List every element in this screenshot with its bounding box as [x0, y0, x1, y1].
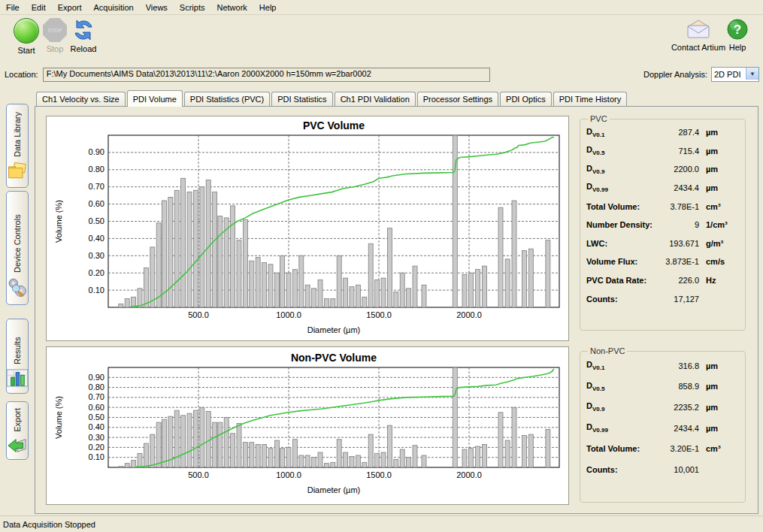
sidebar-item-data-library[interactable]: Data Library — [6, 104, 29, 188]
sidebar-item-device-controls[interactable]: Device Controls — [6, 191, 29, 305]
chevron-down-icon[interactable]: ▼ — [746, 68, 758, 80]
stat-unit: µm — [699, 424, 739, 433]
bar — [400, 273, 404, 307]
menu-item-help[interactable]: Help — [253, 2, 283, 14]
stat-unit: cm³ — [699, 202, 739, 211]
tab-pdi-statistics-pvc[interactable]: PDI Statistics (PVC) — [184, 92, 270, 106]
tab-pdi-volume[interactable]: PDI Volume — [127, 90, 183, 107]
reload-button[interactable]: Reload — [60, 18, 107, 53]
bar — [318, 452, 322, 467]
sidebar-item-export[interactable]: Export — [6, 401, 29, 460]
bar — [193, 190, 198, 307]
pvc-stats-rows: DV0.1287.4µmDV0.5715.4µmDV0.92200.0µmDV0… — [586, 123, 739, 308]
status-bar: Data Acquisition Stopped — [0, 515, 763, 532]
bar — [305, 455, 310, 467]
bar — [250, 261, 254, 307]
menu-item-edit[interactable]: Edit — [26, 2, 52, 14]
stat-label: DV0.5 — [586, 145, 656, 156]
y-tick-label: 0.40 — [89, 234, 104, 243]
tab-ch1-velocity-vs-size[interactable]: Ch1 Velocity vs. Size — [36, 92, 126, 106]
stat-unit: cm/s — [699, 257, 739, 266]
y-tick-label: 0.30 — [89, 433, 104, 442]
y-tick-label: 0.80 — [89, 165, 104, 174]
tab-pdi-statistics[interactable]: PDI Statistics — [271, 92, 332, 106]
stat-value: 2235.2 — [656, 403, 699, 412]
stat-label: DV0.99 — [586, 182, 656, 193]
help-label: Help — [729, 43, 746, 52]
stat-unit: µm — [699, 382, 739, 391]
stat-value: 17,127 — [656, 295, 699, 304]
bar — [387, 228, 392, 307]
y-tick-label: 0.10 — [89, 286, 104, 295]
bar — [462, 449, 467, 467]
bar — [394, 292, 398, 307]
menu-item-network[interactable]: Network — [210, 2, 253, 14]
menu-item-file[interactable]: File — [0, 2, 26, 14]
stat-value: 226.0 — [656, 276, 699, 285]
y-axis-label: Volume (%) — [54, 200, 63, 243]
bar — [512, 201, 516, 307]
y-tick-label: 0.30 — [89, 251, 104, 260]
stat-label: DV0.1 — [586, 127, 656, 138]
stat-row: DV0.992434.4µm — [586, 179, 739, 198]
contact-button[interactable]: Contact Artium — [671, 18, 726, 52]
bar — [498, 413, 503, 467]
non-pvc-volume-chart: 0.100.200.300.400.500.600.700.800.90500.… — [46, 346, 569, 505]
bar — [468, 273, 473, 307]
stat-value: 287.4 — [656, 128, 699, 137]
x-axis-label: Diameter (µm) — [307, 485, 361, 494]
bar — [312, 289, 316, 307]
bar — [292, 270, 297, 307]
stat-row: Counts:17,127 — [586, 289, 739, 308]
bar — [231, 206, 235, 307]
export-arrow-icon — [6, 432, 29, 456]
bar — [394, 459, 398, 467]
tab-ch1-pdi-validation[interactable]: Ch1 PDI Validation — [335, 92, 416, 106]
chart-title: Non-PVC Volume — [291, 352, 377, 364]
pvc-volume-chart-svg: 0.100.200.300.400.500.600.700.800.90500.… — [47, 116, 568, 340]
menu-item-views[interactable]: Views — [140, 2, 174, 14]
bar — [250, 443, 254, 467]
doppler-analysis-value: 2D PDI — [712, 70, 740, 79]
bar — [422, 455, 426, 467]
bar — [482, 266, 486, 307]
y-tick-label: 0.90 — [89, 373, 104, 382]
sidebar-item-results[interactable]: Results — [6, 319, 29, 394]
non-pvc-stats-rows: DV0.1316.8µmDV0.5858.9µmDV0.92235.2µmDV0… — [586, 355, 739, 480]
tab-pdi-optics[interactable]: PDI Optics — [500, 92, 552, 106]
menu-item-export[interactable]: Export — [52, 2, 88, 14]
y-tick-label: 0.60 — [89, 403, 104, 412]
bar — [522, 435, 526, 467]
reload-label: Reload — [71, 44, 97, 53]
reload-icon — [71, 18, 95, 42]
stat-value: 316.8 — [656, 361, 699, 370]
stat-row: Total Volume:3.78E-1cm³ — [586, 197, 739, 216]
bar — [337, 255, 341, 307]
menu-item-scripts[interactable]: Scripts — [174, 2, 211, 14]
bar — [119, 304, 123, 307]
bar-chart-icon — [6, 364, 29, 388]
menu-item-acquisition[interactable]: Acquisition — [88, 2, 140, 14]
bar — [292, 440, 297, 467]
sidebar-item-label: Data Library — [13, 110, 22, 157]
doppler-analysis-select[interactable]: 2D PDI ▼ — [711, 67, 759, 82]
doppler-analysis-label: Doppler Analysis: — [643, 70, 707, 79]
status-text: Data Acquisition Stopped — [3, 520, 95, 529]
help-icon: ? — [726, 18, 749, 41]
bar — [331, 462, 335, 467]
sidebar: Data LibraryDevice ControlsResultsExport — [0, 86, 35, 515]
bar — [262, 262, 267, 307]
bar — [476, 446, 480, 467]
tab-pdi-time-history[interactable]: PDI Time History — [553, 92, 628, 106]
x-tick-label: 2000.0 — [456, 310, 482, 319]
stat-value: 10,001 — [656, 465, 699, 474]
stat-value: 3.873E-1 — [656, 257, 699, 266]
stat-value: 858.9 — [656, 382, 699, 391]
bar — [505, 440, 510, 467]
tab-processor-settings[interactable]: Processor Settings — [417, 92, 498, 106]
help-button[interactable]: ? Help — [720, 18, 755, 52]
sidebar-item-label: Export — [13, 408, 22, 432]
bar — [413, 266, 417, 307]
location-field[interactable]: F:\My Documents\AIMS Data\2013\2013\11\2… — [43, 68, 490, 82]
y-tick-label: 0.50 — [89, 413, 104, 422]
